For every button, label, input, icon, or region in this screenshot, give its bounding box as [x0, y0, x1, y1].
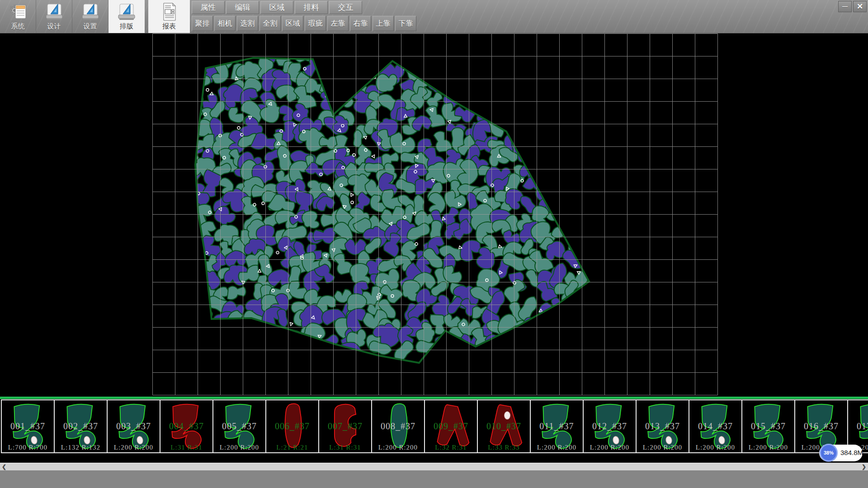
piece-counts-label: L:33 R:33: [478, 444, 530, 451]
piece-thumbnail[interactable]: 002_#37L:132 R:132: [54, 399, 108, 453]
piece-thumbnail-strip: 001_#37L:700 R:700002_#37L:132 R:132003_…: [0, 397, 868, 454]
progress-circle: 38%: [820, 444, 838, 462]
piece-counts-label: L:200 R:200: [637, 444, 689, 451]
toolbar-button-label: 报表: [162, 22, 176, 31]
nesting-app-window: 系统 设计 设置 排版 报表 属性编辑区域排料交互 聚排相机选割全割区域瑕疵左靠…: [0, 0, 868, 488]
progress-badge: 38% 384.8M: [819, 445, 863, 461]
menu-tab[interactable]: 区域: [260, 1, 293, 14]
scroll-right-icon[interactable]: ❯: [860, 463, 868, 470]
main-toolbar: 系统 设计 设置 排版 报表: [0, 0, 190, 33]
piece-thumbnail[interactable]: 003_#37L:200 R:200: [107, 399, 160, 453]
piece-counts-label: L:200 R:200: [213, 444, 265, 451]
piece-thumbnail[interactable]: 009_#37L:32 R:31: [424, 399, 478, 453]
piece-thumbnail[interactable]: 013_#37L:200 R:200: [636, 399, 689, 453]
piece-thumbnail[interactable]: 011_#37L:200 R:200: [530, 399, 584, 453]
menu-tab[interactable]: 属性: [192, 1, 225, 14]
piece-name-label: 006_#37: [266, 421, 318, 432]
toolbar-button-nesting-ruler[interactable]: 排版: [108, 0, 145, 33]
action-toolbar: 聚排相机选割全割区域瑕疵左靠右靠上靠下靠: [192, 16, 418, 31]
piece-thumbnail[interactable]: 001_#37L:700 R:700: [1, 399, 55, 453]
menu-tab[interactable]: 编辑: [226, 1, 259, 14]
piece-name-label: 014_#37: [689, 421, 741, 432]
piece-name-label: 003_#37: [108, 421, 160, 432]
nesting-layout-svg: [0, 33, 868, 397]
toolbar-button-label: 排版: [120, 22, 133, 31]
piece-thumbnail[interactable]: 005_#37L:200 R:200: [212, 399, 266, 453]
piece-counts-label: L:21 R:21: [266, 444, 318, 451]
action-button[interactable]: 相机: [214, 16, 236, 31]
action-button[interactable]: 聚排: [192, 16, 213, 31]
menu-tab[interactable]: 交互: [329, 1, 362, 14]
scroll-left-icon[interactable]: ❮: [0, 463, 8, 470]
piece-counts-label: L:31 R:31: [160, 444, 212, 451]
action-button[interactable]: 下靠: [395, 16, 416, 31]
piece-name-label: 012_#37: [584, 421, 636, 432]
status-bar: [0, 470, 868, 488]
piece-counts-label: L:31 R:31: [319, 444, 371, 451]
piece-name-label: 013_#37: [637, 421, 689, 432]
piece-name-label: 010_#37: [478, 421, 530, 432]
toolbar-button-report-doc[interactable]: 报表: [148, 0, 190, 33]
piece-name-label: 008_#37: [372, 421, 424, 432]
toolbar-button-label: 设计: [47, 22, 61, 31]
strip-divider-line: [0, 397, 868, 399]
menu-tab[interactable]: 排料: [295, 1, 328, 14]
piece-thumbnail[interactable]: 014_#37L:200 R:200: [689, 399, 742, 453]
piece-name-label: 017_#37: [848, 421, 868, 432]
nesting-ruler-icon: [116, 2, 137, 22]
nested-pieces-group: [171, 37, 611, 371]
toolbar-button-system-gear[interactable]: 系统: [0, 0, 36, 33]
piece-counts-label: L:200 R:200: [372, 444, 424, 451]
report-doc-icon: [159, 2, 179, 22]
memory-usage-label: 384.8M: [840, 449, 863, 456]
design-ruler-icon: [44, 2, 65, 22]
piece-counts-label: L:200 R:200: [689, 444, 741, 451]
piece-counts-label: L:700 R:700: [2, 444, 54, 451]
piece-thumbnail[interactable]: 015_#37L:200 R:200: [741, 399, 795, 453]
action-button[interactable]: 右靠: [350, 16, 371, 31]
toolbar-button-design-ruler[interactable]: 设计: [36, 0, 72, 33]
piece-name-label: 007_#37: [319, 421, 371, 432]
title-toolbar: 系统 设计 设置 排版 报表 属性编辑区域排料交互 聚排相机选割全割区域瑕疵左靠…: [0, 0, 868, 33]
piece-name-label: 015_#37: [742, 421, 794, 432]
piece-name-label: 004_#37: [160, 421, 212, 432]
piece-thumbnail[interactable]: 008_#37L:200 R:200: [371, 399, 425, 453]
action-button[interactable]: 选割: [237, 16, 258, 31]
piece-counts-label: L:200 R:200: [584, 444, 636, 451]
piece-name-label: 016_#37: [795, 421, 847, 432]
piece-thumbnail[interactable]: 010_#37L:33 R:33: [477, 399, 531, 453]
piece-thumbnail[interactable]: 006_#37L:21 R:21: [265, 399, 319, 453]
action-button[interactable]: 瑕疵: [305, 16, 326, 31]
thumbnail-cells: 001_#37L:700 R:700002_#37L:132 R:132003_…: [1, 399, 868, 453]
piece-counts-label: L:200 R:200: [531, 444, 583, 451]
piece-name-label: 005_#37: [213, 421, 265, 432]
piece-thumbnail[interactable]: 004_#37L:31 R:31: [160, 399, 213, 453]
horizontal-scrollbar[interactable]: ❮ ❯: [0, 463, 868, 470]
piece-counts-label: L:200 R:200: [742, 444, 794, 451]
system-gear-icon: [8, 2, 28, 22]
action-button[interactable]: 上靠: [373, 16, 394, 31]
minimize-icon[interactable]: ─: [838, 1, 852, 12]
piece-counts-label: L:32 R:31: [425, 444, 477, 451]
piece-counts-label: L:200 R:200: [108, 444, 160, 451]
settings-ruler-icon: [80, 2, 101, 22]
piece-name-label: 009_#37: [425, 421, 477, 432]
action-button[interactable]: 区域: [282, 16, 303, 31]
piece-name-label: 002_#37: [55, 421, 107, 432]
piece-thumbnail[interactable]: 012_#37L:200 R:200: [583, 399, 637, 453]
toolbar-button-settings-ruler[interactable]: 设置: [72, 0, 108, 33]
action-button[interactable]: 左靠: [327, 16, 349, 31]
piece-name-label: 001_#37: [2, 421, 54, 432]
toolbar-button-label: 设置: [84, 22, 97, 31]
piece-thumbnail[interactable]: 007_#37L:31 R:31: [318, 399, 372, 453]
nesting-canvas[interactable]: [0, 33, 868, 397]
close-icon[interactable]: ✕: [853, 1, 867, 12]
menu-tab-bar: 属性编辑区域排料交互: [192, 1, 363, 14]
toolbar-button-label: 系统: [11, 22, 25, 31]
window-controls: ─ ✕: [837, 1, 867, 12]
piece-name-label: 011_#37: [531, 421, 583, 432]
piece-counts-label: L:132 R:132: [55, 444, 107, 451]
action-button[interactable]: 全割: [259, 16, 281, 31]
